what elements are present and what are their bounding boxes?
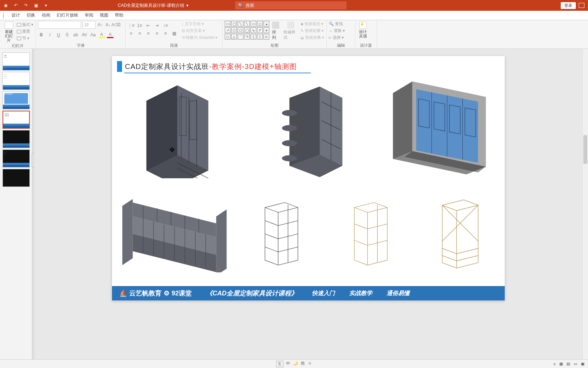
bullets-icon[interactable]: ⋮≡ bbox=[128, 22, 134, 29]
slide-thumb[interactable]: ━━━━━━━━━ bbox=[3, 72, 30, 90]
numbering-icon[interactable]: 1≡ bbox=[136, 22, 143, 29]
tab-transitions[interactable]: 切换 bbox=[27, 12, 35, 18]
ribbon-display-icon[interactable] bbox=[579, 3, 584, 8]
ime-indicator[interactable]: 五 中 🌙 简 ☺ bbox=[276, 361, 312, 367]
font-family-input[interactable] bbox=[38, 21, 81, 29]
tab-0[interactable]: │ bbox=[2, 13, 5, 18]
shapes-gallery[interactable]: ▭▢╲╲▭◻▴ ↗⬡⬡◯↳↱▾ ◇△⌒↷{}≡ bbox=[225, 21, 269, 40]
svg-marker-50 bbox=[265, 203, 298, 265]
qat-more-icon[interactable]: ▾ bbox=[42, 2, 50, 9]
align-left-icon[interactable]: ≡ bbox=[128, 30, 134, 37]
tab-review[interactable]: 审阅 bbox=[85, 12, 93, 18]
select-button[interactable]: ▻ 选择 ▾ bbox=[329, 34, 344, 41]
present-icon[interactable]: ▣ bbox=[32, 2, 39, 9]
slide-thumb[interactable]: ▪▪▪▪▪▪▪▪ bbox=[3, 150, 30, 167]
bold-icon[interactable]: B bbox=[38, 32, 45, 38]
search-placeholder: 搜索 bbox=[246, 3, 254, 9]
tab-slideshow[interactable]: 幻灯片放映 bbox=[57, 12, 78, 18]
move-cursor-icon: ✥ bbox=[169, 146, 175, 154]
view-reading-icon[interactable]: ▭ bbox=[574, 362, 577, 366]
shadow-icon[interactable]: ab bbox=[73, 32, 79, 38]
view-normal-icon[interactable]: ▦ bbox=[559, 362, 563, 366]
svg-marker-70 bbox=[442, 200, 478, 268]
slide-thumb[interactable] bbox=[3, 169, 30, 187]
svg-line-54 bbox=[265, 221, 279, 226]
arrange-button[interactable]: 排列 bbox=[271, 21, 281, 41]
columns-icon[interactable]: ▦ bbox=[171, 30, 177, 37]
clear-format-icon[interactable]: A⌫ bbox=[113, 22, 119, 28]
svg-marker-34 bbox=[216, 210, 227, 272]
model-wardrobe-blue-3d bbox=[374, 78, 505, 178]
model-wireframe-3 bbox=[415, 185, 505, 282]
title-accent-block bbox=[117, 61, 122, 72]
search-box[interactable]: 🔍 搜索 bbox=[235, 1, 346, 9]
find-button[interactable]: 🔍 查找 bbox=[329, 21, 343, 27]
justify-icon[interactable]: ≡ bbox=[154, 30, 160, 37]
svg-marker-61 bbox=[354, 203, 387, 265]
autosave-icon[interactable]: ◉ bbox=[2, 2, 9, 9]
notes-button-icon[interactable]: ≡ bbox=[554, 362, 556, 366]
section-button[interactable]: 节 ▾ bbox=[17, 35, 33, 41]
char-spacing-icon[interactable]: AV bbox=[81, 32, 88, 38]
svg-line-67 bbox=[354, 240, 368, 245]
redo-icon[interactable]: ↷ bbox=[22, 2, 29, 9]
indent-inc-icon[interactable]: ⇥ bbox=[154, 22, 160, 29]
title-dropdown-icon[interactable]: ▾ bbox=[186, 3, 188, 8]
slide-thumb[interactable]: 教学案例展示 bbox=[3, 91, 30, 109]
model-shelf-3d bbox=[243, 78, 374, 178]
underline-icon[interactable]: U bbox=[55, 32, 62, 38]
strike-icon[interactable]: S bbox=[64, 32, 70, 38]
model-wireframe-1 bbox=[237, 185, 326, 282]
footer-tag: 通俗易懂 bbox=[387, 290, 410, 297]
slide[interactable]: CAD定制家具设计实战班-教学案例-3D建模+轴测图 ✥ bbox=[112, 56, 505, 300]
group-drawing-label: 绘图 bbox=[225, 43, 324, 48]
slide-thumbnails-panel: ■■■■■■ ━━━━━━━━━ 教学案例展示 ▣▣▣▣▣▣ ▪▪▪▪▪▪▪▪ bbox=[0, 49, 32, 359]
group-designer-label: 设计器 bbox=[358, 43, 374, 48]
footer-tag: 快速入门 bbox=[312, 290, 335, 297]
designer-button[interactable]: ⚡ 设计 灵感 bbox=[358, 21, 368, 39]
brand-name-1: 云艺帆教育 bbox=[129, 289, 162, 298]
change-case-icon[interactable]: Aa bbox=[90, 32, 96, 38]
replace-button[interactable]: ↔ 替换 ▾ bbox=[329, 28, 345, 34]
slide-thumb[interactable] bbox=[3, 130, 30, 148]
scrollbar-thumb[interactable] bbox=[583, 135, 587, 164]
model-kitchen-3d bbox=[112, 185, 237, 282]
distribute-icon[interactable]: ≡ bbox=[162, 30, 169, 37]
brand-logo-icon: ⛵ bbox=[119, 289, 127, 297]
slide-footer: ⛵ 云艺帆教育 ⚙ 92课堂 《CAD全屋定制家具设计课程》 快速入门 实战教学… bbox=[112, 286, 505, 300]
svg-line-72 bbox=[442, 205, 457, 211]
align-right-icon[interactable]: ≡ bbox=[145, 30, 151, 37]
align-center-icon[interactable]: ≡ bbox=[136, 30, 143, 37]
italic-icon[interactable]: I bbox=[47, 32, 53, 38]
increase-font-icon[interactable]: A↑ bbox=[97, 22, 103, 28]
ribbon-tabs: │ 设计 切换 动画 幻灯片放映 审阅 视图 帮助 bbox=[0, 11, 588, 20]
decrease-font-icon[interactable]: A↓ bbox=[105, 22, 111, 28]
quick-styles-button[interactable]: 快速样式 bbox=[282, 21, 299, 41]
new-slide-button[interactable]: 新建 幻灯片 bbox=[2, 21, 15, 43]
slide-thumb[interactable]: ■■■■■■ bbox=[3, 52, 30, 70]
footer-course-name: 《CAD全屋定制家具设计课程》 bbox=[206, 289, 298, 298]
svg-line-76 bbox=[442, 248, 457, 254]
login-button[interactable]: 登录 bbox=[561, 2, 576, 9]
reset-button[interactable]: 重置 bbox=[17, 28, 33, 34]
title-underline bbox=[124, 73, 311, 73]
tab-view[interactable]: 视图 bbox=[100, 12, 108, 18]
tab-help[interactable]: 帮助 bbox=[115, 12, 123, 18]
highlight-color-icon[interactable]: A bbox=[98, 32, 105, 38]
brand-gear-icon: ⚙ bbox=[164, 289, 169, 297]
view-sorter-icon[interactable]: ▤ bbox=[566, 362, 570, 366]
view-slideshow-icon[interactable]: ▣ bbox=[581, 362, 584, 366]
vertical-scrollbar[interactable] bbox=[582, 49, 588, 359]
indent-dec-icon[interactable]: ⇤ bbox=[145, 22, 151, 29]
line-spacing-icon[interactable]: ↕≡ bbox=[162, 22, 169, 29]
arrange-icon bbox=[272, 22, 279, 29]
tab-design[interactable]: 设计 bbox=[11, 12, 20, 18]
font-size-input[interactable] bbox=[83, 21, 95, 29]
tab-animations[interactable]: 动画 bbox=[42, 12, 50, 18]
shape-effects-button: ◒ 形状效果 ▾ bbox=[300, 34, 324, 41]
font-color-icon[interactable]: A bbox=[107, 32, 113, 38]
svg-line-65 bbox=[354, 224, 368, 229]
undo-icon[interactable]: ↶ bbox=[12, 2, 19, 9]
slide-thumb-current[interactable]: ▣▣▣▣▣▣ bbox=[3, 111, 30, 129]
layout-button[interactable]: 版式 ▾ bbox=[17, 22, 33, 28]
